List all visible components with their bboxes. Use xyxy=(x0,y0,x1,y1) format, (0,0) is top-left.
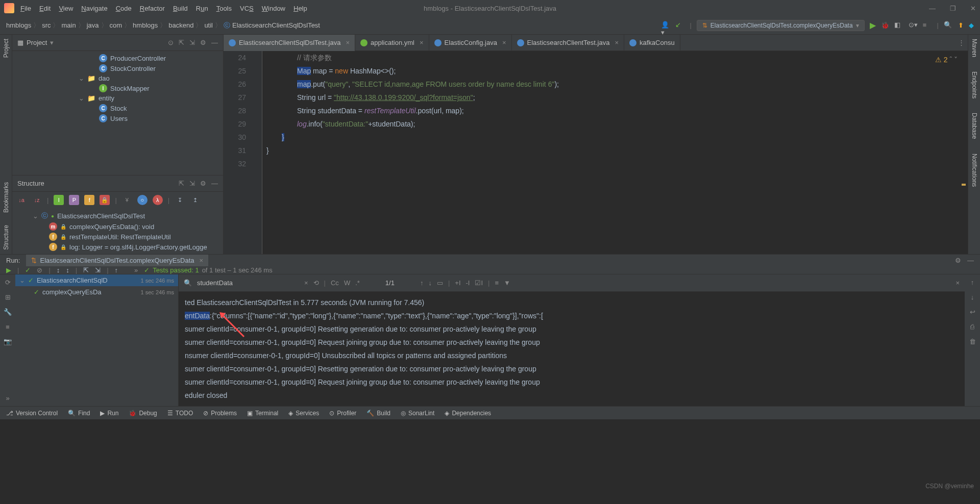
stop-icon[interactable]: ■ xyxy=(923,21,932,30)
warnings-badge[interactable]: ⚠ 2 ˆ ˅ xyxy=(935,53,958,66)
show-fields-icon[interactable]: f xyxy=(84,195,94,205)
check-icon[interactable]: ✓ xyxy=(25,266,31,274)
match-case-icon[interactable]: Cc xyxy=(331,279,339,287)
status-vcs[interactable]: ⎇ Version Control xyxy=(6,410,58,417)
debug-button[interactable]: 🐞 xyxy=(881,21,889,29)
status-profiler[interactable]: ⊙ Profiler xyxy=(329,410,356,417)
minimize-icon[interactable]: — xyxy=(929,5,936,12)
collapse-all-icon[interactable]: ⇲ xyxy=(189,39,195,46)
tab-3[interactable]: ElasticsearchClientTest.java× xyxy=(512,35,624,51)
soft-wrap-icon[interactable]: ↩ xyxy=(970,308,975,316)
tabs-more-icon[interactable]: ⋮ xyxy=(955,39,968,46)
hide-icon[interactable]: — xyxy=(211,39,218,46)
run-config-dropdown[interactable]: ⇅ ElasticsearchClientSqlDslTest.complexQ… xyxy=(697,20,865,31)
clear-icon[interactable]: 🗑 xyxy=(969,338,976,345)
words-icon[interactable]: W xyxy=(344,279,350,287)
rerun-failed-icon[interactable]: ⟳ xyxy=(5,279,11,286)
camera-icon[interactable]: 📷 xyxy=(4,338,12,345)
sel-all-icon[interactable]: ☑I xyxy=(475,279,483,287)
rail-structure[interactable]: Structure xyxy=(3,225,10,250)
prev-match-icon[interactable]: ↑ xyxy=(420,279,424,287)
sort-alpha-icon[interactable]: ↓a xyxy=(16,195,27,205)
status-sonarlint[interactable]: ◎ SonarLint xyxy=(401,410,434,417)
lambda-icon[interactable]: λ xyxy=(153,195,163,205)
gear-icon[interactable]: ⚙ xyxy=(955,257,961,264)
toolbox-icon[interactable]: ◆ xyxy=(969,21,974,29)
scroll-top-icon[interactable]: ↑ xyxy=(971,279,974,286)
show-inherited-icon[interactable]: I xyxy=(54,195,64,205)
bc-8[interactable]: ElasticsearchClientSqlDslTest xyxy=(232,21,320,29)
filter-lines-icon[interactable]: ≡ xyxy=(495,279,499,287)
clear-search-icon[interactable]: × xyxy=(304,279,308,287)
vcs-update-icon[interactable]: ↙ xyxy=(675,21,684,30)
status-terminal[interactable]: ▣ Terminal xyxy=(247,410,278,417)
status-todo[interactable]: ☰ TODO xyxy=(167,410,193,417)
rail-project[interactable]: Project xyxy=(3,39,10,58)
rail-bookmarks[interactable]: Bookmarks xyxy=(3,182,10,213)
profile-icon[interactable]: ⊙▾ xyxy=(909,21,918,30)
scroll-bottom-icon[interactable]: ↓ xyxy=(971,293,974,301)
history-icon[interactable]: ⟲ xyxy=(313,279,319,287)
bc-4[interactable]: com xyxy=(110,21,122,29)
menu-run[interactable]: Run xyxy=(196,5,208,12)
hide-icon[interactable]: — xyxy=(211,180,218,187)
bc-0[interactable]: hmblogs xyxy=(6,21,31,29)
wrench-icon[interactable]: 🔧 xyxy=(4,308,12,316)
expand-icon[interactable]: ⇱ xyxy=(179,180,184,187)
sort-icon[interactable]: ↕ xyxy=(57,266,60,274)
tab-4[interactable]: kafkaConsu xyxy=(624,35,680,51)
gear-icon[interactable]: ⚙ xyxy=(200,180,206,187)
rail-database[interactable]: Database xyxy=(971,113,978,139)
show-properties-icon[interactable]: P xyxy=(69,195,79,205)
cancel-icon[interactable]: ⊘ xyxy=(37,266,42,274)
status-find[interactable]: 🔍 Find xyxy=(68,410,90,417)
menu-window[interactable]: Window xyxy=(262,5,285,12)
expand-icon[interactable]: ⇱ xyxy=(83,266,89,274)
tab-0[interactable]: ElasticsearchClientSqlDslTest.java× xyxy=(224,35,355,51)
bc-2[interactable]: main xyxy=(61,21,76,29)
close-icon[interactable]: ✕ xyxy=(970,5,976,12)
rail-endpoints[interactable]: Endpoints xyxy=(971,71,978,98)
bc-1[interactable]: src xyxy=(42,21,51,29)
rail-maven[interactable]: Maven xyxy=(971,39,978,57)
status-services[interactable]: ◈ Services xyxy=(288,410,319,417)
filter-icon[interactable]: ▼ xyxy=(504,279,510,287)
bc-5[interactable]: hmblogs xyxy=(133,21,158,29)
collapse-icon[interactable]: ⇲ xyxy=(189,180,195,187)
menu-build[interactable]: Build xyxy=(173,5,188,12)
sort2-icon[interactable]: ↕ xyxy=(66,266,69,274)
menu-vcs[interactable]: VCS xyxy=(240,5,254,12)
more-icon[interactable]: » xyxy=(6,394,9,402)
autoscroll-from-icon[interactable]: ↥ xyxy=(190,195,200,205)
run-button[interactable]: ▶ xyxy=(870,20,876,30)
project-title[interactable]: ▦ Project ▾ xyxy=(17,39,54,46)
run-tab[interactable]: ⇅ElasticsearchClientSqlDslTest.complexQu… xyxy=(26,255,208,266)
tab-2[interactable]: ElasticConfig.java× xyxy=(429,35,512,51)
bc-6[interactable]: backend xyxy=(168,21,193,29)
menu-edit[interactable]: Edit xyxy=(39,5,51,12)
menu-code[interactable]: Code xyxy=(116,5,132,12)
status-build[interactable]: 🔨 Build xyxy=(366,410,390,417)
status-deps[interactable]: ◈ Dependencies xyxy=(445,410,491,417)
user-icon[interactable]: 👤▾ xyxy=(661,21,670,30)
menu-view[interactable]: View xyxy=(59,5,73,12)
sort-vis-icon[interactable]: ↓z xyxy=(32,195,42,205)
select-all-icon[interactable]: ▭ xyxy=(437,279,443,287)
menu-help[interactable]: Help xyxy=(293,5,307,12)
hide-run-icon[interactable]: — xyxy=(967,257,974,264)
code-editor[interactable]: 242526 272829 303132 ⚠ 2 ˆ ˅ // 请求参数 Map… xyxy=(224,51,968,254)
rail-notifications[interactable]: Notifications xyxy=(971,154,978,187)
status-problems[interactable]: ⊘ Problems xyxy=(203,410,237,417)
menu-file[interactable]: File xyxy=(20,5,31,12)
bc-3[interactable]: java xyxy=(87,21,99,29)
coverage-icon[interactable]: ◧ xyxy=(894,21,903,30)
rem-sel-icon[interactable]: -I xyxy=(466,279,470,287)
close-search-icon[interactable]: × xyxy=(955,279,960,287)
regex-icon[interactable]: .* xyxy=(355,279,360,287)
bc-7[interactable]: util xyxy=(204,21,213,29)
menu-navigate[interactable]: Navigate xyxy=(81,5,107,12)
search-input[interactable] xyxy=(197,279,299,287)
tab-1[interactable]: application.yml× xyxy=(355,35,429,51)
search-icon[interactable]: 🔍 xyxy=(944,21,953,30)
test-tree[interactable]: ⌄✓ElasticsearchClientSqlD1 sec 246 ms ✓c… xyxy=(15,274,179,406)
